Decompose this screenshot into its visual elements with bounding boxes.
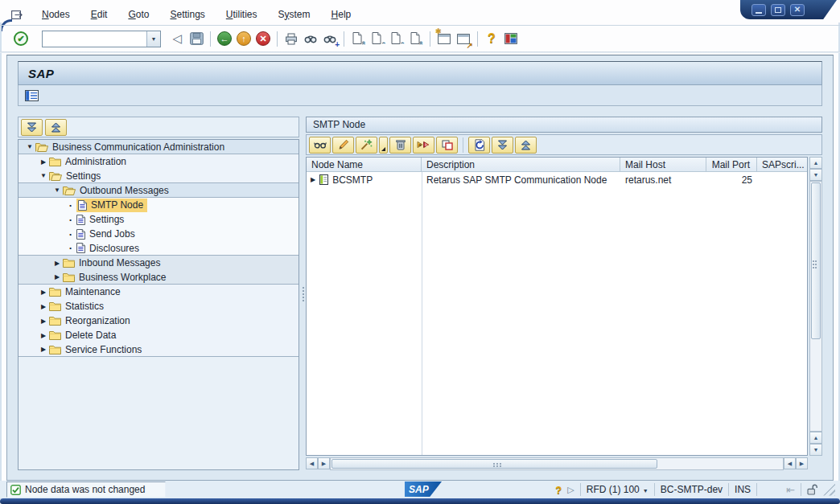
tree-item-settings[interactable]: ▼ Settings	[19, 169, 299, 183]
command-field[interactable]: ▼	[42, 31, 161, 47]
horizontal-scrollbar[interactable]: ◀ ▶ ◀ ▶	[306, 457, 808, 470]
last-page-button[interactable]: »	[406, 29, 426, 48]
expand-arrow-icon[interactable]: ▶	[38, 158, 49, 166]
enter-button[interactable]: ✔	[11, 29, 31, 48]
expand-status-icon[interactable]: ▷	[567, 485, 574, 495]
expand-arrow-icon[interactable]: ▶	[311, 176, 315, 183]
scroll-left-button[interactable]: ◀	[784, 457, 796, 469]
insert-mode-field[interactable]: INS	[735, 484, 751, 495]
menu-settings[interactable]: Settings	[159, 6, 215, 23]
scroll-left-button[interactable]: ◀	[306, 457, 318, 469]
selected-tree-item[interactable]: SMTP Node	[76, 199, 147, 212]
back-button[interactable]: ←	[215, 29, 234, 48]
tree-item-administration[interactable]: ▶ Administration	[19, 154, 299, 169]
save-button[interactable]	[187, 29, 206, 48]
create-shortcut-button[interactable]: ↗	[454, 29, 473, 48]
column-header-node-name[interactable]: Node Name	[307, 158, 422, 171]
scroll-up-button[interactable]: ▲	[809, 432, 822, 444]
customize-layout-button[interactable]	[501, 29, 521, 48]
rename-button[interactable]	[413, 137, 434, 154]
command-dropdown[interactable]: ▼	[146, 31, 160, 47]
list-display-icon[interactable]	[25, 90, 39, 101]
expand-all-button[interactable]	[492, 137, 513, 154]
back-triangle-button[interactable]: ◁	[167, 29, 187, 48]
maximize-button[interactable]	[771, 4, 785, 16]
column-header-mail-port[interactable]: Mail Port	[706, 158, 757, 171]
create-menu-button[interactable]	[379, 137, 388, 154]
collapse-arrow-icon[interactable]: ▼	[24, 143, 35, 150]
new-session-button[interactable]: ✱	[434, 29, 454, 48]
tree-item-service-functions[interactable]: ▶ Service Functions	[19, 342, 299, 357]
delete-button[interactable]	[389, 137, 411, 154]
collapse-arrow-icon[interactable]: ▼	[38, 172, 49, 179]
table-row[interactable]: ▶ BCSMTP Retarus SAP SMTP Communication …	[307, 172, 807, 187]
command-input[interactable]	[43, 31, 146, 47]
help-icon[interactable]: ?	[555, 484, 562, 496]
tree-item-delete-data[interactable]: ▶ Delete Data	[19, 328, 299, 342]
tree-collapse-all-button[interactable]	[45, 119, 67, 136]
expand-arrow-icon[interactable]: ▶	[38, 303, 49, 310]
tree-item-business-workplace[interactable]: ▶ Business Workplace	[19, 270, 299, 285]
scroll-right-button[interactable]: ▶	[318, 457, 330, 469]
vertical-scrollbar[interactable]: ▲ ▼ ▲ ▼	[809, 157, 822, 456]
tree-item-statistics[interactable]: ▶ Statistics	[19, 299, 299, 313]
help-button[interactable]: ?	[482, 29, 501, 48]
column-header-description[interactable]: Description	[422, 158, 620, 171]
tree-item-settings-leaf[interactable]: · Settings	[19, 212, 299, 227]
tree-item-business-communication-administration[interactable]: ▼ Business Communication Administration	[19, 140, 299, 154]
tree-expand-all-button[interactable]	[21, 119, 43, 136]
collapse-arrow-icon[interactable]: ▼	[51, 186, 63, 194]
copy-button[interactable]	[436, 137, 458, 154]
column-header-sapscript[interactable]: SAPscri...	[757, 158, 807, 171]
find-next-button[interactable]: +	[320, 29, 340, 48]
menu-help[interactable]: Help	[321, 6, 362, 23]
change-button[interactable]	[332, 137, 354, 154]
collapse-all-button[interactable]	[515, 137, 537, 154]
expand-arrow-icon[interactable]: ▶	[51, 260, 63, 267]
scroll-right-button[interactable]: ▶	[796, 457, 808, 469]
tree-item-send-jobs[interactable]: · Send Jobs	[19, 227, 299, 241]
next-page-button[interactable]: ›	[387, 29, 406, 48]
menu-system[interactable]: System	[268, 6, 321, 23]
refresh-button[interactable]	[468, 137, 490, 154]
tree-item-reorganization[interactable]: ▶ Reorganization	[19, 313, 299, 328]
system-field[interactable]: BC-SMTP-dev	[661, 484, 723, 495]
scroll-down-button[interactable]: ▼	[809, 169, 822, 181]
tree-item-smtp-node[interactable]: · SMTP Node	[19, 198, 299, 212]
scroll-down-button[interactable]: ▼	[809, 444, 822, 456]
client-field[interactable]: RFD (1) 100▼	[587, 484, 649, 495]
menu-goto[interactable]: Goto	[117, 6, 159, 23]
expand-arrow-icon[interactable]: ▶	[38, 332, 49, 339]
menu-edit[interactable]: Edit	[80, 6, 118, 23]
previous-page-button[interactable]: ‹	[368, 29, 387, 48]
folder-icon	[49, 287, 61, 297]
resize-grip[interactable]	[823, 484, 835, 496]
exit-button[interactable]: ↑	[234, 29, 253, 48]
tree-item-inbound-messages[interactable]: ▶ Inbound Messages	[19, 256, 299, 270]
horizontal-scroll-track[interactable]	[330, 457, 784, 470]
cancel-button[interactable]: ✕	[253, 29, 273, 48]
expand-arrow-icon[interactable]: ▶	[51, 273, 63, 281]
close-button[interactable]: ✕	[790, 4, 805, 16]
column-header-mail-host[interactable]: Mail Host	[620, 158, 706, 171]
vertical-scroll-track[interactable]	[809, 181, 822, 432]
toolbar-separator	[210, 31, 211, 47]
display-button[interactable]	[309, 137, 331, 154]
horizontal-scroll-thumb[interactable]	[331, 459, 657, 469]
print-button[interactable]	[282, 29, 301, 48]
scroll-up-button[interactable]: ▲	[809, 157, 822, 169]
first-page-button[interactable]: «	[348, 29, 368, 48]
expand-arrow-icon[interactable]: ▶	[38, 346, 49, 353]
vertical-scroll-thumb[interactable]	[811, 182, 821, 339]
system-menu-icon[interactable]	[11, 9, 23, 19]
tree-item-maintenance[interactable]: ▶ Maintenance	[19, 285, 299, 299]
find-button[interactable]	[301, 29, 320, 48]
tree-item-outbound-messages[interactable]: ▼ Outbound Messages	[19, 183, 299, 198]
minimize-button[interactable]	[751, 4, 766, 16]
menu-utilities[interactable]: Utilities	[216, 6, 268, 23]
create-button[interactable]	[356, 137, 377, 154]
expand-arrow-icon[interactable]: ▶	[38, 318, 49, 325]
menu-nodes[interactable]: Nodes	[31, 6, 80, 23]
expand-arrow-icon[interactable]: ▶	[38, 289, 49, 296]
tree-item-disclosures[interactable]: · Disclosures	[19, 241, 299, 256]
